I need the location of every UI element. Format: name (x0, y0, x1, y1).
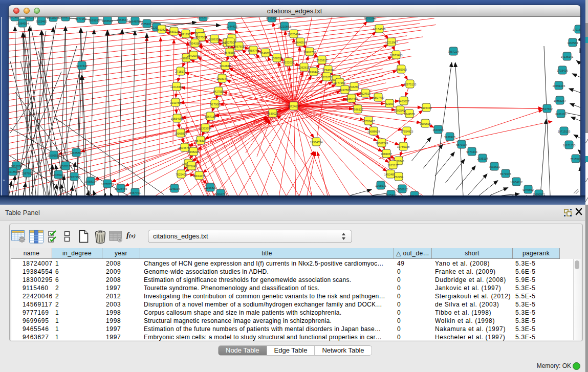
svg-text:15720407: 15720407 (362, 120, 375, 123)
svg-text:1362615: 1362615 (298, 66, 309, 69)
svg-text:9115460: 9115460 (36, 20, 47, 23)
svg-text:9527505: 9527505 (225, 41, 235, 44)
svg-text:9699695: 9699695 (89, 19, 99, 22)
svg-text:3675685: 3675685 (224, 51, 235, 54)
svg-text:5322037: 5322037 (283, 61, 294, 64)
svg-text:10654112: 10654112 (510, 181, 522, 184)
svg-text:7955812: 7955812 (316, 59, 327, 62)
svg-text:8990448: 8990448 (308, 71, 319, 74)
svg-text:1167534: 1167534 (567, 41, 578, 45)
svg-text:17359924: 17359924 (52, 173, 64, 177)
svg-text:6879197: 6879197 (456, 143, 467, 146)
svg-text:7857224: 7857224 (448, 50, 459, 53)
svg-text:12923466: 12923466 (115, 187, 127, 190)
svg-text:12093872: 12093872 (197, 17, 209, 19)
svg-text:9777169: 9777169 (75, 17, 86, 20)
svg-text:62160: 62160 (385, 102, 393, 105)
svg-text:9463627: 9463627 (398, 100, 409, 103)
svg-text:13325419: 13325419 (288, 33, 300, 36)
svg-text:2530025: 2530025 (267, 112, 278, 115)
svg-text:7515526: 7515526 (570, 158, 580, 161)
svg-text:9115460: 9115460 (421, 106, 431, 110)
svg-text:8660124: 8660124 (168, 30, 179, 33)
svg-text:6794028: 6794028 (322, 69, 333, 72)
svg-text:12213967: 12213967 (385, 41, 398, 44)
svg-text:10973403: 10973403 (390, 54, 402, 57)
svg-text:1571643: 1571643 (186, 165, 197, 168)
svg-text:5498222: 5498222 (188, 150, 199, 154)
svg-text:16654988: 16654988 (171, 117, 183, 120)
svg-text:10543382: 10543382 (189, 42, 201, 45)
svg-text:1615132: 1615132 (387, 164, 398, 167)
svg-text:7663822: 7663822 (156, 28, 167, 31)
svg-text:6466160: 6466160 (555, 113, 566, 116)
svg-text:12505135: 12505135 (59, 165, 72, 168)
svg-text:9457791: 9457791 (129, 191, 140, 194)
svg-text:917006: 917006 (210, 103, 220, 106)
svg-text:1640954: 1640954 (432, 128, 443, 132)
svg-text:1733426: 1733426 (557, 69, 568, 72)
svg-text:20691406: 20691406 (553, 84, 565, 87)
svg-text:19756928: 19756928 (397, 145, 409, 148)
svg-text:19384554: 19384554 (310, 141, 322, 144)
svg-text:15751074: 15751074 (141, 23, 153, 26)
svg-text:252254: 252254 (394, 176, 403, 179)
svg-text:7986322: 7986322 (352, 108, 363, 111)
svg-text:17016504: 17016504 (573, 28, 580, 31)
svg-text:10975867: 10975867 (70, 151, 82, 155)
svg-text:22420046: 22420046 (47, 17, 59, 19)
svg-text:9084067: 9084067 (381, 152, 391, 156)
svg-text:10807487: 10807487 (372, 96, 384, 99)
svg-text:9463627: 9463627 (117, 18, 127, 21)
svg-text:7625402: 7625402 (176, 173, 186, 176)
svg-text:18724007: 18724007 (288, 105, 300, 108)
svg-text:9474444: 9474444 (466, 150, 477, 154)
svg-text:16914479: 16914479 (193, 174, 205, 178)
svg-text:7632621: 7632621 (489, 165, 499, 168)
svg-text:9527503: 9527503 (195, 36, 206, 39)
svg-text:11353594: 11353594 (199, 127, 211, 130)
svg-text:6497568: 6497568 (339, 89, 350, 92)
svg-text:8215955: 8215955 (266, 17, 277, 20)
svg-text:9227342: 9227342 (76, 64, 87, 68)
svg-text:9245652: 9245652 (522, 188, 533, 191)
svg-text:20364456: 20364456 (345, 97, 358, 100)
svg-text:14136141: 14136141 (561, 55, 573, 58)
svg-text:16961758: 16961758 (303, 51, 316, 54)
svg-text:14569117: 14569117 (59, 17, 72, 19)
svg-text:8471676: 8471676 (500, 172, 511, 176)
svg-text:15692971: 15692971 (533, 193, 545, 196)
svg-text:1649576: 1649576 (404, 113, 415, 116)
svg-text:19218506: 19218506 (9, 170, 19, 173)
svg-text:2718170: 2718170 (175, 70, 186, 73)
svg-text:8186328: 8186328 (209, 38, 220, 41)
svg-text:17957255: 17957255 (68, 176, 80, 179)
svg-text:9146821: 9146821 (260, 52, 271, 55)
svg-text:10025453: 10025453 (394, 109, 406, 112)
svg-text:19384554: 19384554 (16, 22, 29, 25)
svg-text:891295: 891295 (181, 33, 190, 36)
svg-text:18724007: 18724007 (9, 17, 21, 19)
svg-text:1588520: 1588520 (271, 57, 282, 60)
svg-text:1905571: 1905571 (375, 184, 386, 187)
svg-text:2803144: 2803144 (216, 77, 227, 80)
svg-text:16782759: 16782759 (101, 183, 114, 186)
svg-text:18640910: 18640910 (294, 41, 307, 44)
svg-text:2867608: 2867608 (233, 45, 244, 48)
svg-text:8267130: 8267130 (205, 115, 215, 118)
svg-text:20206536: 20206536 (48, 154, 60, 157)
svg-text:8454749: 8454749 (248, 49, 258, 52)
svg-text:5878334: 5878334 (195, 139, 206, 142)
svg-text:16648784: 16648784 (129, 20, 141, 23)
svg-text:11156829: 11156829 (204, 186, 216, 189)
svg-text:16154808: 16154808 (373, 28, 385, 31)
svg-text:2935114: 2935114 (477, 157, 488, 160)
svg-text:1527602: 1527602 (541, 107, 552, 111)
svg-text:9242848: 9242848 (220, 64, 230, 68)
svg-text:8350612: 8350612 (397, 188, 407, 191)
svg-text:23420046: 23420046 (187, 54, 200, 57)
svg-text:10719155: 10719155 (558, 130, 570, 133)
svg-text:9465546: 9465546 (102, 19, 113, 23)
svg-text:8427552: 8427552 (213, 90, 224, 93)
svg-text:12942757: 12942757 (214, 192, 227, 195)
